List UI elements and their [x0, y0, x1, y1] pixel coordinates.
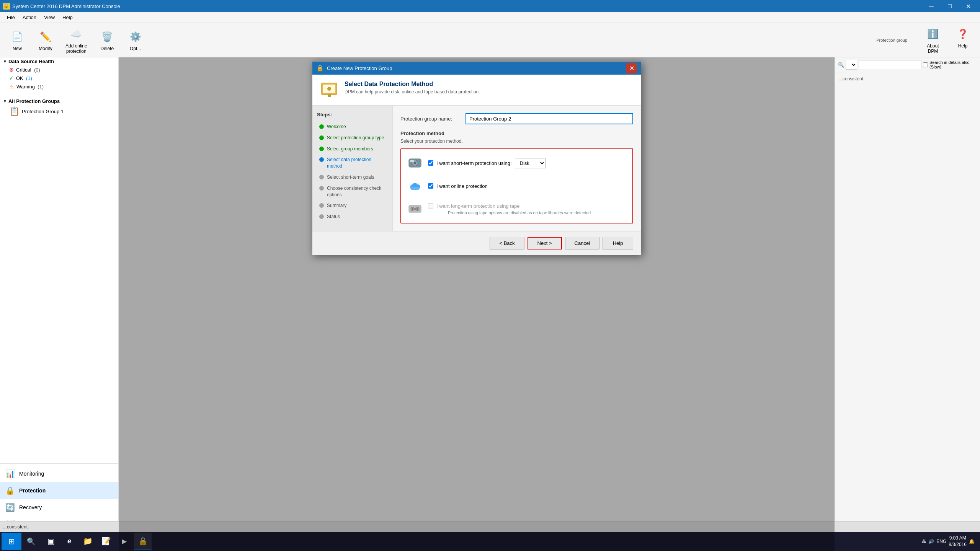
taskbar-edge[interactable]: e — [60, 533, 78, 550]
cancel-button[interactable]: Cancel — [565, 237, 599, 249]
step-select-type[interactable]: Select protection group type — [317, 133, 388, 143]
toolbar-group-label: Protection group — [876, 38, 915, 42]
section-all-protection-groups[interactable]: ▼ All Protection Groups — [0, 97, 118, 105]
step-status[interactable]: Status — [317, 212, 388, 222]
dialog-footer: < Back Next > Cancel Help — [312, 231, 641, 255]
nav-monitoring[interactable]: 📊 Monitoring — [0, 465, 118, 482]
step-text-summary: Summary — [327, 202, 346, 209]
optimize-icon: ⚙️ — [128, 29, 143, 44]
recovery-icon: 🔄 — [5, 502, 15, 513]
section-data-source-health[interactable]: ▼ Data Source Health — [0, 57, 118, 65]
sidebar-item-ok[interactable]: ✓ OK (1) — [6, 74, 118, 82]
dialog-icon: 🔒 — [316, 64, 324, 72]
step-text-status: Status — [327, 214, 340, 220]
menu-action[interactable]: Action — [19, 13, 40, 22]
toolbar-delete-button[interactable]: 🗑️ Delete — [94, 26, 121, 54]
sidebar-item-warning[interactable]: ⚠ Warning (1) — [6, 82, 118, 91]
menu-file[interactable]: File — [3, 13, 19, 22]
pg-name-input[interactable] — [466, 113, 633, 124]
sidebar-item-pg1[interactable]: 📋 Protection Group 1 — [6, 105, 118, 117]
maximize-button[interactable]: □ — [941, 0, 959, 12]
toolbar-new-button[interactable]: 📄 New — [4, 26, 31, 54]
start-button[interactable]: ⊞ — [2, 533, 21, 550]
tray-volume-icon: 🔊 — [928, 539, 934, 544]
sidebar-tree: ▼ Data Source Health ⊗ Critical (0) ✓ OK… — [0, 57, 118, 463]
search-details-label: Search in details also (Slow) — [923, 60, 977, 69]
nav-recovery[interactable]: 🔄 Recovery — [0, 499, 118, 516]
help-button[interactable]: Help — [603, 237, 633, 249]
tape-checkbox[interactable] — [428, 203, 433, 209]
step-short-term[interactable]: Select short-term goals — [317, 173, 388, 182]
delete-label: Delete — [100, 46, 114, 51]
back-button[interactable]: < Back — [490, 237, 524, 249]
taskbar-date-display: 8/3/2016 — [949, 541, 967, 548]
tape-option-content: I want long-term protection using tape P… — [428, 203, 592, 215]
protection-method-label: Protection method — [400, 130, 633, 136]
menu-help[interactable]: Help — [59, 13, 77, 22]
minimize-button[interactable]: ─ — [923, 0, 940, 12]
delete-icon: 🗑️ — [100, 29, 115, 44]
short-term-label[interactable]: I want short-term protection using: — [436, 160, 512, 166]
step-select-members[interactable]: Select group members — [317, 144, 388, 154]
search-input[interactable] — [859, 60, 921, 69]
recovery-label: Recovery — [19, 504, 42, 510]
online-option-text: I want online protection — [428, 183, 626, 189]
taskbar-tray: 🖧 🔊 ENG 9:03 AM 8/3/2016 🔔 — [921, 535, 978, 548]
monitoring-icon: 📊 — [5, 468, 15, 479]
taskbar-file-explorer[interactable]: 📁 — [79, 533, 96, 550]
toolbar-about-button[interactable]: ℹ️ AboutDPM — [920, 24, 946, 57]
search-scope-dropdown[interactable] — [846, 60, 857, 70]
taskbar-task-view[interactable]: ▣ — [42, 533, 60, 550]
window-title: System Center 2016 DPM Administrator Con… — [12, 3, 923, 9]
form-row-pg-name: Protection group name: — [400, 113, 633, 124]
menu-view[interactable]: View — [40, 13, 59, 22]
dialog-titlebar: 🔒 Create New Protection Group ✕ — [312, 62, 641, 75]
right-panel-content: ...consistent. — [835, 72, 980, 551]
dialog-main-desc: DPM can help provide disk, online and ta… — [345, 89, 480, 95]
taskbar-search-button[interactable]: 🔍 — [22, 533, 40, 550]
protection-label: Protection — [19, 487, 46, 494]
step-dot-members — [319, 147, 324, 151]
svg-rect-13 — [411, 187, 419, 190]
step-welcome[interactable]: Welcome — [317, 122, 388, 132]
online-label[interactable]: I want online protection — [436, 183, 488, 189]
next-button[interactable]: Next > — [528, 237, 562, 249]
close-button[interactable]: ✕ — [959, 0, 977, 12]
option-tape: I want long-term protection using tape P… — [407, 201, 626, 217]
main-content: 🔒 Create New Protection Group ✕ — [119, 57, 835, 551]
tray-notification-icon[interactable]: 🔔 — [969, 539, 975, 544]
toolbar-optimize-button[interactable]: ⚙️ Opt... — [122, 26, 149, 54]
dialog-form-content: Protection group name: Protection method… — [393, 106, 641, 231]
step-select-method[interactable]: Select data protection method — [317, 155, 388, 171]
tape-option-text: I want long-term protection using tape — [428, 203, 592, 209]
protection-groups-list: 📋 Protection Group 1 — [6, 105, 118, 117]
content-area: ▼ Data Source Health ⊗ Critical (0) ✓ OK… — [0, 57, 980, 551]
tape-icon — [407, 201, 423, 217]
short-term-checkbox[interactable] — [428, 160, 433, 166]
status-text: ...consistent. — [3, 524, 29, 530]
toolbar-add-online-button[interactable]: ☁️ Add onlineprotection — [60, 24, 92, 57]
about-icon: ℹ️ — [925, 26, 941, 42]
taskbar-notes[interactable]: 📝 — [97, 533, 115, 550]
disk-icon — [407, 155, 423, 171]
help-icon: ❓ — [955, 26, 970, 42]
dialog-close-button[interactable]: ✕ — [626, 63, 637, 73]
sidebar-item-critical[interactable]: ⊗ Critical (0) — [6, 65, 118, 74]
protection-type-dropdown[interactable]: Disk Tape — [515, 158, 546, 168]
nav-protection[interactable]: 🔒 Protection — [0, 482, 118, 499]
step-text-consistency: Choose consistency check options — [327, 185, 385, 198]
modal-overlay: 🔒 Create New Protection Group ✕ — [119, 57, 835, 551]
toolbar-help-button[interactable]: ❓ Help — [949, 24, 976, 57]
protection-icon: 🔒 — [5, 485, 15, 496]
step-consistency[interactable]: Choose consistency check options — [317, 184, 388, 200]
search-details-checkbox[interactable] — [923, 62, 928, 67]
dialog-header-icon — [320, 81, 338, 99]
dialog-title: Create New Protection Group — [327, 65, 626, 71]
option-online: I want online protection — [407, 178, 626, 194]
toolbar-modify-button[interactable]: ✏️ Modify — [32, 26, 59, 54]
step-text-members: Select group members — [327, 146, 373, 152]
option-short-term: I want short-term protection using: Disk… — [407, 155, 626, 171]
step-summary[interactable]: Summary — [317, 201, 388, 210]
protection-options-box: I want short-term protection using: Disk… — [400, 148, 633, 223]
online-checkbox[interactable] — [428, 183, 433, 189]
